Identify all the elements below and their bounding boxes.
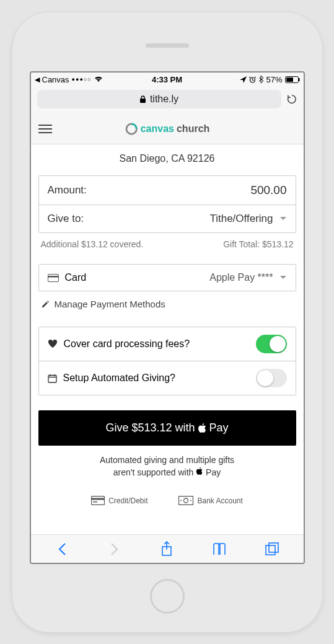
battery-icon <box>285 76 300 83</box>
payment-method-select[interactable]: Card Apple Pay **** <box>38 264 296 291</box>
cash-icon <box>178 496 193 505</box>
tabs-button[interactable] <box>263 542 281 556</box>
church-location: San Diego, CA 92126 <box>38 153 296 164</box>
give-to-select[interactable]: Give to: Tithe/Offering <box>39 205 296 232</box>
give-button[interactable]: Give $513.12 with Pay <box>38 410 296 446</box>
give-button-prefix: Give $513.12 with <box>105 421 195 434</box>
manage-payment-label: Manage Payment Methods <box>55 299 165 309</box>
svg-rect-8 <box>48 375 56 382</box>
credit-card-icon <box>91 496 105 505</box>
bluetooth-icon <box>258 76 263 83</box>
apple-pay-disclaimer: Automated giving and multiple gifts aren… <box>38 454 296 479</box>
svg-point-14 <box>180 500 182 501</box>
svg-rect-17 <box>266 545 275 555</box>
iphone-home-button[interactable] <box>150 579 185 614</box>
credit-debit-label: Credit/Debit <box>108 496 147 505</box>
svg-point-15 <box>190 500 191 501</box>
cover-fees-toggle[interactable] <box>256 335 287 353</box>
svg-rect-7 <box>48 276 58 278</box>
svg-point-13 <box>184 498 188 503</box>
credit-card-icon <box>48 274 59 282</box>
amount-field[interactable]: Amount: 500.00 <box>39 176 296 205</box>
give-button-suffix: Pay <box>209 421 229 434</box>
amount-label: Amount: <box>48 184 87 196</box>
gift-total-text: Gift Total: $513.12 <box>223 239 293 249</box>
give-to-value: Tithe/Offering <box>209 213 273 225</box>
cover-fees-label: Cover card processing fees? <box>64 338 250 350</box>
battery-percentage: 57% <box>266 75 282 84</box>
logo-text-church: church <box>177 123 209 135</box>
safari-toolbar <box>31 534 304 563</box>
status-time: 4:33 PM <box>152 75 182 84</box>
card-label: Card <box>65 272 204 283</box>
svg-rect-10 <box>92 498 105 500</box>
share-button[interactable] <box>157 541 176 557</box>
bank-account-label: Bank Account <box>197 496 242 505</box>
card-value: Apple Pay **** <box>209 272 273 283</box>
automated-giving-toggle[interactable] <box>256 369 287 387</box>
pencil-icon <box>41 300 50 309</box>
svg-rect-11 <box>93 501 97 503</box>
back-app-chevron-icon[interactable]: ◀ <box>35 76 40 84</box>
menu-button[interactable] <box>38 125 52 133</box>
app-logo: canvaschurch <box>125 122 210 136</box>
automated-giving-label: Setup Automated Giving? <box>63 373 250 384</box>
calendar-icon <box>48 374 57 383</box>
covered-amount-text: Additional $13.12 covered. <box>41 239 144 249</box>
credit-debit-option[interactable]: Credit/Debit <box>91 496 147 505</box>
give-to-label: Give to: <box>48 213 84 225</box>
svg-rect-3 <box>299 78 300 81</box>
chevron-down-icon <box>279 274 287 281</box>
safari-url-bar: tithe.ly <box>31 86 304 113</box>
bank-account-option[interactable]: Bank Account <box>178 496 242 505</box>
svg-rect-4 <box>140 99 146 103</box>
svg-rect-6 <box>48 274 58 281</box>
url-domain: tithe.ly <box>150 94 178 105</box>
ios-status-bar: ◀ Canvas ●●●○○ 4:33 PM 57% <box>31 73 304 86</box>
svg-rect-9 <box>92 496 105 505</box>
apple-logo-icon <box>196 467 203 475</box>
refresh-icon[interactable] <box>286 94 297 105</box>
location-arrow-icon <box>240 76 247 83</box>
chevron-down-icon <box>279 215 287 223</box>
apple-logo-icon <box>198 423 207 433</box>
app-header: canvaschurch <box>31 113 304 144</box>
alarm-icon <box>249 76 256 83</box>
heart-icon <box>48 340 58 348</box>
manage-payment-methods-link[interactable]: Manage Payment Methods <box>38 291 296 309</box>
logo-text-canvas: canvas <box>141 123 174 135</box>
svg-rect-18 <box>269 543 278 552</box>
amount-value: 500.00 <box>250 183 286 197</box>
browser-forward-button[interactable] <box>105 542 124 556</box>
browser-back-button[interactable] <box>53 542 71 556</box>
url-field[interactable]: tithe.ly <box>37 90 281 108</box>
signal-dots-icon: ●●●○○ <box>72 76 92 82</box>
wifi-icon <box>94 76 103 82</box>
back-app-label[interactable]: Canvas <box>42 75 69 84</box>
svg-rect-2 <box>286 77 293 82</box>
lock-icon <box>139 95 146 104</box>
bookmarks-button[interactable] <box>210 542 229 556</box>
